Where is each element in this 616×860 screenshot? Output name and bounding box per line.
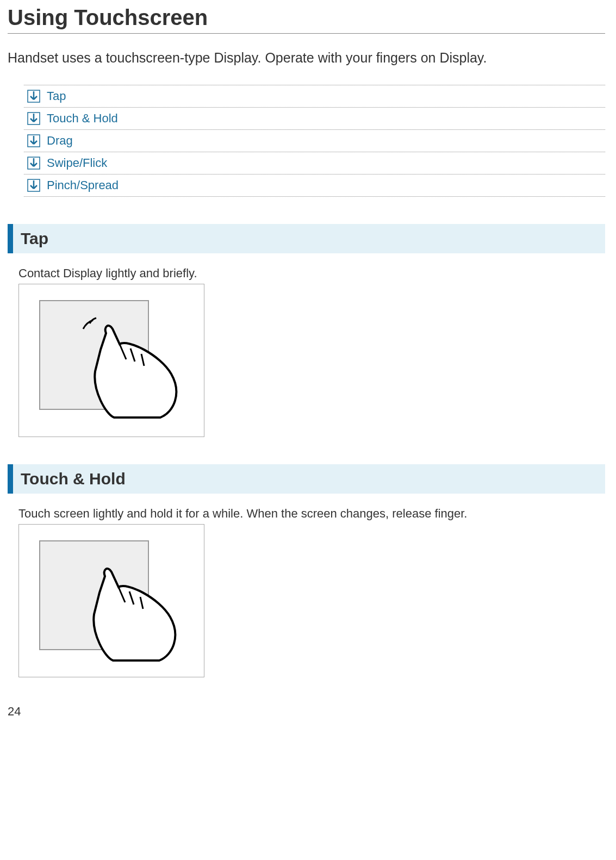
down-arrow-icon: [27, 112, 40, 125]
toc-link[interactable]: Drag: [47, 134, 73, 148]
figure-touch-hold: [18, 524, 204, 677]
title-divider: [8, 33, 605, 34]
section-heading-tap: Tap: [8, 224, 605, 253]
toc-item-swipe-flick[interactable]: Swipe/Flick: [24, 152, 605, 174]
down-arrow-icon: [27, 179, 40, 192]
down-arrow-icon: [27, 90, 40, 103]
toc-link[interactable]: Pinch/Spread: [47, 178, 119, 192]
section-desc-tap: Contact Display lightly and briefly.: [18, 266, 605, 281]
toc-item-touch-hold[interactable]: Touch & Hold: [24, 107, 605, 129]
figure-tap: [18, 284, 204, 437]
toc-link[interactable]: Touch & Hold: [47, 111, 118, 126]
toc-item-pinch-spread[interactable]: Pinch/Spread: [24, 174, 605, 197]
down-arrow-icon: [27, 134, 40, 147]
page-number: 24: [8, 705, 605, 719]
intro-text: Handset uses a touchscreen-type Display.…: [8, 50, 605, 66]
section-heading-touch-hold: Touch & Hold: [8, 464, 605, 494]
page-title: Using Touchscreen: [8, 5, 605, 30]
toc-link[interactable]: Tap: [47, 89, 66, 103]
toc-link[interactable]: Swipe/Flick: [47, 156, 107, 170]
toc-item-tap[interactable]: Tap: [24, 85, 605, 107]
down-arrow-icon: [27, 157, 40, 170]
table-of-contents: Tap Touch & Hold Drag Swipe/Flick Pinch/…: [24, 85, 605, 197]
toc-item-drag[interactable]: Drag: [24, 129, 605, 152]
section-desc-touch-hold: Touch screen lightly and hold it for a w…: [18, 507, 605, 521]
